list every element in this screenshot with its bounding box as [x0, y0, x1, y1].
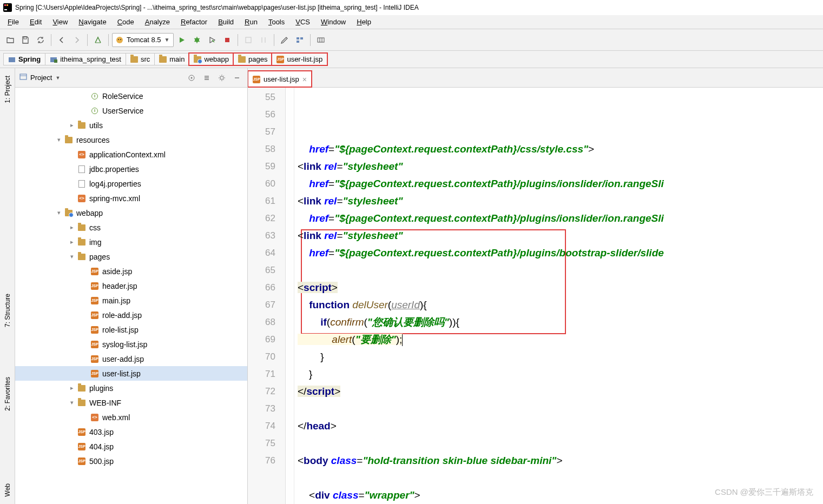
menu-help[interactable]: Help	[351, 16, 377, 28]
code-line-62[interactable]	[298, 262, 820, 279]
tree-node-log4j-properties[interactable]: log4j.properties	[15, 176, 247, 191]
tree-node-plugins[interactable]: ▸plugins	[15, 381, 247, 395]
tree-node-user-add-jsp[interactable]: JSPuser-add.jsp	[15, 352, 247, 366]
tree-node-web-xml[interactable]: <>web.xml	[15, 410, 247, 425]
run-icon[interactable]	[175, 33, 189, 47]
sync-icon[interactable]	[34, 33, 48, 47]
menu-build[interactable]: Build	[213, 16, 239, 28]
tree-node-jdbc-properties[interactable]: jdbc.properties	[15, 162, 247, 176]
menu-edit[interactable]: Edit	[24, 16, 47, 28]
collapse-icon[interactable]	[201, 72, 213, 84]
tree-node-spring-mvc-xml[interactable]: <>spring-mvc.xml	[15, 191, 247, 205]
tree-node-web-inf[interactable]: ▾WEB-INF	[15, 395, 247, 410]
sidetab-structure[interactable]: 7: Structure	[3, 290, 12, 330]
run-config-select[interactable]: Tomcat 8.5 ▼	[112, 33, 174, 47]
menu-window[interactable]: Window	[315, 16, 351, 28]
code-line-58[interactable]: <link rel="stylesheet"	[298, 193, 820, 210]
tree-node-403-jsp[interactable]: JSP403.jsp	[15, 425, 247, 439]
code-line-68[interactable]: }	[298, 366, 820, 383]
code-line-60[interactable]: <link rel="stylesheet"	[298, 227, 820, 244]
breadcrumb-webapp[interactable]: webapp	[189, 53, 234, 65]
tree-node-webapp[interactable]: ▾webapp	[15, 205, 247, 220]
menu-view[interactable]: View	[47, 16, 73, 28]
menu-tools[interactable]: Tools	[263, 16, 290, 28]
back-icon[interactable]	[55, 33, 69, 47]
project-structure-icon[interactable]	[293, 33, 307, 47]
code-line-64[interactable]: function delUser(userId){	[298, 296, 820, 314]
breadcrumb-user-list-jsp[interactable]: JSPuser-list.jsp	[272, 53, 327, 65]
code-line-57[interactable]: href="${pageContext.request.contextPath}…	[298, 175, 820, 193]
open-icon[interactable]	[3, 33, 17, 47]
code-line-63[interactable]: <script>	[298, 279, 820, 296]
tree-node-pages[interactable]: ▾pages	[15, 249, 247, 264]
breadcrumb-itheima-spring-test[interactable]: itheima_spring_test	[45, 53, 126, 65]
window-title: Spring [C:\Users\Apple\IdeaProjects\Spri…	[15, 4, 419, 11]
tree-node-500-jsp[interactable]: JSP500.jsp	[15, 454, 247, 468]
tree-node-userservice[interactable]: IUserService	[15, 103, 247, 118]
stop-icon[interactable]	[220, 33, 234, 47]
settings-icon[interactable]	[278, 33, 292, 47]
code-line-66[interactable]: alert("要删除");	[298, 331, 820, 348]
tree-node-utils[interactable]: ▸utils	[15, 118, 247, 132]
menu-refactor[interactable]: Refactor	[175, 16, 213, 28]
code-line-75[interactable]: <div class="wrapper">	[298, 487, 820, 504]
code-line-74[interactable]	[298, 469, 820, 487]
tree-node-header-jsp[interactable]: JSPheader.jsp	[15, 278, 247, 293]
breadcrumb-spring[interactable]: Spring	[3, 53, 45, 65]
tree-node-role-add-jsp[interactable]: JSProle-add.jsp	[15, 308, 247, 322]
coverage-icon[interactable]	[205, 33, 219, 47]
project-tree[interactable]: IRoleServiceIUserService▸utils▾resources…	[15, 88, 247, 504]
gear-icon[interactable]	[216, 72, 228, 84]
code-line-67[interactable]: }	[298, 348, 820, 366]
menu-vcs[interactable]: VCS	[290, 16, 315, 28]
tree-node-role-list-jsp[interactable]: JSProle-list.jsp	[15, 322, 247, 337]
code-line-72[interactable]	[298, 435, 820, 452]
code-editor[interactable]: 5556575859606162636465666768697071727374…	[248, 88, 823, 504]
build-icon[interactable]	[91, 33, 105, 47]
code-line-55[interactable]: href="${pageContext.request.contextPath}…	[298, 141, 820, 158]
code-line-69[interactable]: </script>	[298, 383, 820, 400]
close-icon[interactable]: ×	[302, 75, 307, 84]
code-line-70[interactable]	[298, 400, 820, 417]
breadcrumb-pages[interactable]: pages	[233, 53, 272, 65]
tree-node-main-jsp[interactable]: JSPmain.jsp	[15, 293, 247, 308]
minimize-icon[interactable]	[231, 72, 243, 84]
tree-node-css[interactable]: ▸css	[15, 220, 247, 235]
code-line-65[interactable]: if(confirm("您确认要删除吗")){	[298, 314, 820, 331]
menu-file[interactable]: File	[2, 16, 24, 28]
locate-icon[interactable]	[186, 72, 197, 84]
code-line-73[interactable]: <body class="hold-transition skin-blue s…	[298, 452, 820, 469]
tree-node-aside-jsp[interactable]: JSPaside.jsp	[15, 264, 247, 278]
code-line-56[interactable]: <link rel="stylesheet"	[298, 158, 820, 175]
code-line-59[interactable]: href="${pageContext.request.contextPath}…	[298, 210, 820, 227]
code-line-61[interactable]: href="${pageContext.request.contextPath}…	[298, 244, 820, 262]
chevron-down-icon[interactable]: ▼	[55, 75, 60, 81]
code-line-71[interactable]: </head>	[298, 417, 820, 435]
sidetab-web[interactable]: Web	[3, 480, 12, 500]
menu-run[interactable]: Run	[239, 16, 263, 28]
breadcrumb-src[interactable]: src	[126, 53, 155, 65]
forward-icon[interactable]	[70, 33, 84, 47]
menu-analyze[interactable]: Analyze	[140, 16, 175, 28]
tree-node-syslog-list-jsp[interactable]: JSPsyslog-list.jsp	[15, 337, 247, 352]
tree-node-img[interactable]: ▸img	[15, 235, 247, 249]
sidetab-favorites[interactable]: 2: Favorites	[3, 374, 12, 414]
save-icon[interactable]	[18, 33, 32, 47]
tree-node-user-list-jsp[interactable]: JSPuser-list.jsp	[15, 366, 247, 381]
menu-navigate[interactable]: Navigate	[73, 16, 111, 28]
tree-node-404-jsp[interactable]: JSP404.jsp	[15, 439, 247, 454]
profile-icon[interactable]	[241, 33, 255, 47]
debug-icon[interactable]	[190, 33, 204, 47]
tree-node-roleservice[interactable]: IRoleService	[15, 89, 247, 103]
breadcrumb-main[interactable]: main	[154, 53, 189, 65]
editor-tab-user-list[interactable]: JSP user-list.jsp ×	[248, 71, 312, 87]
tree-node-applicationcontext-xml[interactable]: <>applicationContext.xml	[15, 147, 247, 162]
fold-column[interactable]	[286, 88, 294, 504]
sidetab-project[interactable]: 1: Project	[3, 72, 12, 107]
svg-rect-3	[6, 4, 8, 6]
tree-node-resources[interactable]: ▾resources	[15, 132, 247, 147]
menu-code[interactable]: Code	[112, 16, 140, 28]
sdk-icon[interactable]	[314, 33, 328, 47]
code-content[interactable]: href="${pageContext.request.contextPath}…	[294, 88, 823, 504]
attach-icon[interactable]	[256, 33, 271, 47]
